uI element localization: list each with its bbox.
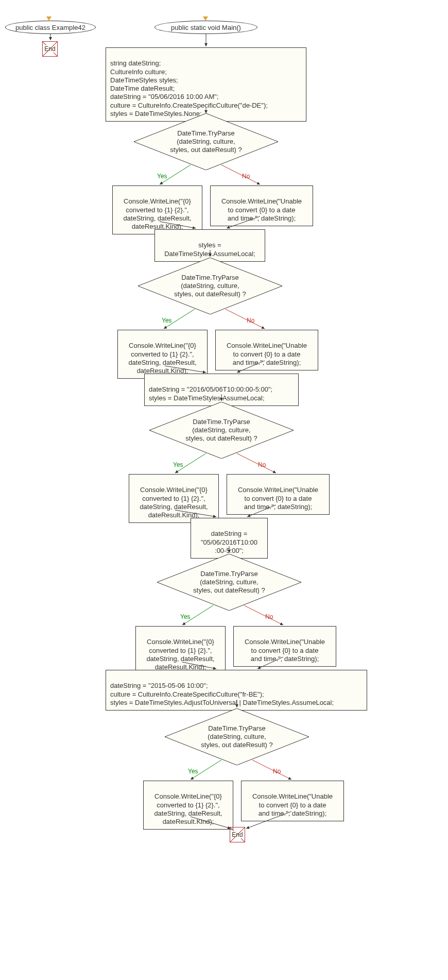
process-text: Console.WriteLine("Unable to convert {0}… — [238, 486, 318, 511]
decision-tryparse-5: DateTime.TryParse (dateString, culture, … — [165, 708, 309, 765]
process-styles-local: styles = DateTimeStyles.AssumeLocal; — [154, 229, 265, 262]
decision-text: DateTime.TryParse (dateString, culture, … — [149, 402, 294, 459]
process-text: dateString = "2016/05/06T10:00:00-5:00";… — [149, 385, 272, 401]
edge-label-no: No — [247, 317, 254, 324]
entry-arrow-icon — [203, 16, 208, 21]
process-no-3: Console.WriteLine("Unable to convert {0}… — [227, 474, 330, 515]
process-text: Console.WriteLine("{0} converted to {1} … — [146, 638, 214, 671]
process-frbe: dateString = "2015-05-06 10:00"; culture… — [106, 670, 367, 711]
edge-label-yes: Yes — [157, 173, 167, 180]
edge-label-yes: Yes — [173, 461, 183, 468]
process-text: Console.WriteLine("Unable to convert {0}… — [227, 342, 307, 366]
process-yes-1: Console.WriteLine("{0} converted to {1} … — [112, 185, 202, 234]
process-text: Console.WriteLine("{0} converted to {1} … — [154, 792, 222, 825]
process-text: string dateString; CultureInfo culture; … — [110, 59, 268, 117]
decision-text: DateTime.TryParse (dateString, culture, … — [165, 708, 309, 765]
process-yes-2: Console.WriteLine("{0} converted to {1} … — [117, 330, 208, 379]
terminal-label: public class Example42 — [15, 24, 85, 31]
process-yes-3: Console.WriteLine("{0} converted to {1} … — [129, 474, 219, 523]
terminal-class: public class Example42 — [5, 21, 96, 34]
decision-text: DateTime.TryParse (dateString, culture, … — [138, 258, 282, 314]
process-text: dateString = "05/06/2016T10:00 :00-5:00"… — [201, 530, 257, 554]
process-text: Console.WriteLine("{0} converted to {1} … — [140, 486, 208, 519]
decision-tryparse-3: DateTime.TryParse (dateString, culture, … — [149, 402, 294, 459]
entry-arrow-icon — [46, 16, 51, 21]
end-label: End — [43, 45, 56, 53]
edge-label-no: No — [258, 461, 266, 468]
edge-label-no: No — [273, 768, 281, 775]
process-yes-5: Console.WriteLine("{0} converted to {1} … — [143, 781, 233, 830]
process-no-1: Console.WriteLine("Unable to convert {0}… — [210, 185, 313, 226]
decision-tryparse-2: DateTime.TryParse (dateString, culture, … — [138, 258, 282, 314]
end-label: End — [231, 831, 244, 838]
process-text: dateString = "2015-05-06 10:00"; culture… — [110, 682, 334, 706]
process-yes-4: Console.WriteLine("{0} converted to {1} … — [135, 626, 226, 675]
process-datestring-2: dateString = "2016/05/06T10:00:00-5:00";… — [144, 374, 299, 406]
process-text: Console.WriteLine("{0} converted to {1} … — [128, 342, 196, 375]
process-no-5: Console.WriteLine("Unable to convert {0}… — [241, 781, 344, 821]
edge-label-yes: Yes — [180, 613, 191, 620]
decision-text: DateTime.TryParse (dateString, culture, … — [157, 554, 301, 611]
decision-text: DateTime.TryParse (dateString, culture, … — [134, 113, 278, 170]
process-text: styles = DateTimeStyles.AssumeLocal; — [164, 241, 255, 257]
edge-label-no: No — [242, 173, 250, 180]
process-no-4: Console.WriteLine("Unable to convert {0}… — [233, 626, 336, 667]
edge-label-yes: Yes — [162, 317, 172, 324]
process-no-2: Console.WriteLine("Unable to convert {0}… — [215, 330, 318, 370]
terminal-end: End — [42, 41, 58, 57]
edge-label-yes: Yes — [188, 768, 198, 775]
process-text: Console.WriteLine("Unable to convert {0}… — [245, 638, 325, 663]
decision-tryparse-1: DateTime.TryParse (dateString, culture, … — [134, 113, 278, 170]
process-text: Console.WriteLine("Unable to convert {0}… — [221, 197, 302, 222]
decision-tryparse-4: DateTime.TryParse (dateString, culture, … — [157, 554, 301, 611]
process-init: string dateString; CultureInfo culture; … — [106, 47, 306, 122]
terminal-main: public static void Main() — [154, 21, 257, 34]
edge-label-no: No — [265, 613, 273, 620]
terminal-label: public static void Main() — [171, 24, 241, 31]
process-text: Console.WriteLine("{0} converted to {1} … — [123, 197, 191, 230]
terminal-end-main: End — [230, 827, 245, 842]
process-text: Console.WriteLine("Unable to convert {0}… — [252, 792, 333, 817]
process-datestring-3: dateString = "05/06/2016T10:00 :00-5:00"… — [191, 518, 268, 559]
